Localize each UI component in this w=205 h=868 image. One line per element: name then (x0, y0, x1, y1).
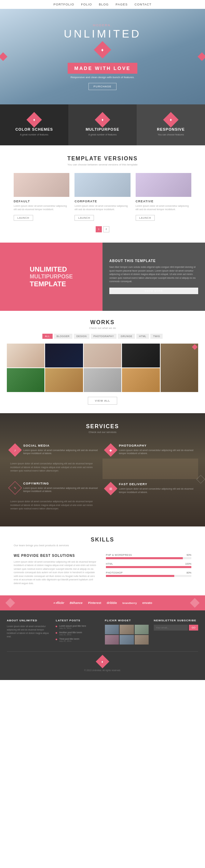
post-text-3: Third post title lorem (59, 638, 79, 640)
nav-pages[interactable]: PAGES (115, 3, 127, 6)
skills-left-title: WE PROVIDE BEST SOLUTIONS (14, 554, 99, 558)
filter-blogger[interactable]: BLOGGER (54, 334, 72, 339)
post-date-3: July 21, 2011 (59, 640, 79, 642)
work-item-1[interactable] (7, 344, 44, 367)
version-corporate-desc: Lorem ipsum dolor sit amet consectetur a… (74, 204, 130, 211)
footer-copyright: © 2013 Unlimited. All rights reserved. (7, 669, 198, 671)
footer-flickr-images (105, 625, 149, 645)
nav-portfolio[interactable]: PORTFOLIO (53, 3, 74, 6)
about-line3: TEMPLATE (30, 280, 73, 288)
version-creative-image (136, 173, 191, 197)
filter-photography[interactable]: PHOTOGRAPHY (91, 334, 117, 339)
post-date-1: July 21, 2011 (59, 627, 86, 629)
filter-design[interactable]: DESIGN (74, 334, 90, 339)
about-line1: UNLIMITED (30, 265, 73, 273)
hero-title: UNLIMITED (64, 28, 141, 40)
work-item-7[interactable] (45, 368, 83, 392)
feature-responsive[interactable]: ♦ RESPONSIVE You can choose features (137, 104, 205, 145)
about-left-panel: UNLIMITED MULTIPURPOSE TEMPLATE (0, 243, 102, 311)
footer-diamond-icon: ♦ (96, 655, 109, 668)
newsletter-email-input[interactable] (154, 625, 188, 631)
feature-title-1: COLOR SCHEMES (15, 127, 53, 131)
works-grid (7, 344, 198, 392)
feature-multipurpose[interactable]: ♦ MULTIPURPOSE A great number of feature… (68, 104, 137, 145)
service-photography: ◆ PHOTOGRAPHY Lorem ipsum dolor sit amet… (102, 440, 198, 459)
work-item-3[interactable] (84, 344, 121, 367)
footer-flickr-title: FLICKR WIDGET (105, 619, 149, 622)
footer-post-3: Third post title lorem July 21, 2011 (56, 638, 99, 642)
nav-folio[interactable]: FOLIO (81, 3, 92, 6)
version-corporate-launch[interactable]: LAUNCH (74, 215, 94, 221)
partner-behance[interactable]: Béhance (70, 601, 83, 605)
skill-wp-track (106, 557, 191, 559)
work-diamond-icon (192, 344, 198, 350)
filter-grunge[interactable]: GRUNGE (118, 334, 135, 339)
work-item-6[interactable] (7, 368, 44, 392)
footer-flickr: FLICKR WIDGET (105, 619, 149, 645)
service-copywriting: ✎ COPYWRITING Lorem ipsum dolor sit amet… (7, 478, 102, 497)
nav-contact[interactable]: CONTACT (135, 3, 152, 6)
footer-latest-posts: LATEST POSTS Lorem ipsum post title here… (56, 619, 99, 645)
nav-bar: PORTFOLIO FOLIO BLOG PAGES CONTACT (0, 0, 205, 9)
page-2-button[interactable]: 2 (103, 226, 109, 232)
partner-brandberry[interactable]: brandberry (122, 602, 137, 605)
service-social-media: ♪ SOCIAL MEDIA Lorem ipsum dolor sit ame… (7, 440, 102, 459)
footer-post-2: Another post title lorem July 21, 2011 (56, 631, 99, 636)
about-right-panel: ABOUT THIS TEMPLATE Nam liber tempor cum… (102, 243, 205, 311)
skill-html-fill (106, 566, 191, 568)
page-1-button[interactable]: 1 (96, 226, 102, 232)
newsletter-submit-button[interactable]: GO (189, 625, 198, 631)
work-item-2[interactable] (45, 344, 83, 367)
post-text-2: Another post title lorem (59, 631, 82, 634)
service-delivery: ⊞ FAST DELIVERY Lorem ipsum dolor sit am… (102, 479, 198, 497)
service-photo-name: PHOTOGRAPHY (119, 444, 195, 447)
service-delivery-diamond: ⊞ (104, 482, 118, 495)
hero-purchase-button[interactable]: PURCHASE (88, 83, 117, 90)
service-delivery-desc: Lorem ipsum dolor sit amet consectetur a… (119, 487, 195, 494)
work-item-4[interactable] (122, 344, 160, 367)
partner-dribbble[interactable]: dribble (107, 601, 117, 605)
work-item-5[interactable] (161, 344, 198, 392)
post-text-1: Lorem ipsum post title here (59, 625, 86, 627)
work-item-8[interactable] (84, 368, 121, 392)
filter-twig[interactable]: TWIG (150, 334, 163, 339)
view-all-button[interactable]: VIEW ALL (88, 397, 117, 405)
filter-html[interactable]: HTML (136, 334, 149, 339)
footer-newsletter: NEWSLETTER SUBSCRIBE GO (154, 619, 198, 645)
feature-diamond-1: ♦ (26, 112, 42, 127)
partner-envato[interactable]: envato (142, 601, 152, 605)
skill-wordpress: PHP & WORDPRESS 90% (106, 554, 191, 559)
footer-grid: ABOUT UNLIMITED Lorem ipsum dolor sit am… (7, 619, 198, 645)
footer-posts-title: LATEST POSTS (56, 619, 99, 622)
skill-html-track (106, 566, 191, 568)
filter-all[interactable]: ALL (42, 334, 53, 339)
versions-grid: DEFAULT Lorem ipsum dolor sit amet conse… (14, 173, 191, 221)
service-social-diamond: ♪ (8, 443, 22, 457)
features-bar: ♦ COLOR SCHEMES A great number of featur… (0, 104, 205, 145)
service-delivery-name: FAST DELIVERY (119, 482, 195, 486)
skill-ps-track (106, 575, 191, 577)
work-item-9[interactable] (122, 368, 160, 392)
services-right-content: ◆ PHOTOGRAPHY Lorem ipsum dolor sit amet… (102, 440, 198, 516)
versions-section: TEMPLATE VERSIONS You can choose between… (0, 145, 205, 243)
skill-ps-pct: 80% (187, 572, 191, 574)
footer-about-text: Lorem ipsum dolor sit amet consectetur a… (7, 625, 51, 638)
partners-left-diamond (5, 598, 15, 608)
version-default-launch[interactable]: LAUNCH (14, 215, 33, 221)
post-dot-1 (56, 625, 58, 627)
versions-title: TEMPLATE VERSIONS (14, 156, 191, 162)
know-more-button[interactable]: KNOW MORE (109, 288, 198, 294)
nav-blog[interactable]: BLOG (99, 3, 109, 6)
hero-brand: modern. (93, 24, 112, 27)
feature-diamond-2: ♦ (95, 112, 110, 127)
version-creative: CREATIVE Lorem ipsum dolor sit amet cons… (136, 173, 191, 221)
hero-subtitle: Responsive and clean design with bunch o… (70, 76, 134, 79)
feature-color-schemes[interactable]: ♦ COLOR SCHEMES A great number of featur… (0, 104, 68, 145)
partners-right-diamond (190, 598, 200, 608)
services-grid: ♪ SOCIAL MEDIA Lorem ipsum dolor sit ame… (7, 440, 198, 516)
partner-flickr[interactable]: ✦✦flickr (53, 601, 65, 605)
partner-pinterest[interactable]: Pinterest (88, 601, 101, 605)
version-creative-launch[interactable]: LAUNCH (136, 215, 155, 221)
works-filters: ALL BLOGGER DESIGN PHOTOGRAPHY GRUNGE HT… (7, 334, 198, 339)
flickr-img-3 (135, 625, 149, 634)
